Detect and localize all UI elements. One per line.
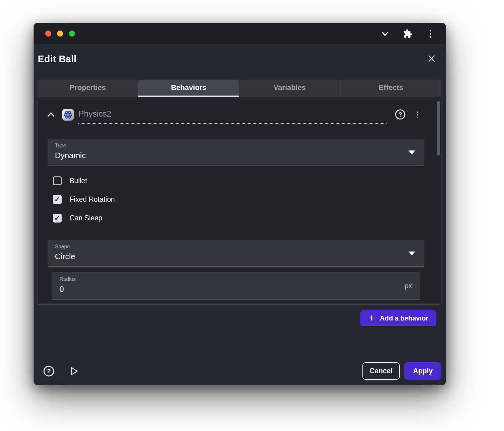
behavior-help-icon[interactable]: ?: [394, 109, 406, 121]
tab-variables[interactable]: Variables: [239, 80, 340, 97]
extensions-puzzle-icon[interactable]: [403, 29, 412, 38]
page-title: Edit Ball: [38, 53, 77, 66]
add-behavior-button[interactable]: + Add a behavior: [360, 310, 436, 326]
collapse-chevron-up-icon[interactable]: [47, 111, 55, 119]
type-value: Dynamic: [55, 151, 416, 160]
minimize-window-button[interactable]: [57, 31, 63, 37]
behaviors-list-panel: Physics2 ? ⋮ Type Dynamic ✓ Bullet ✓: [37, 100, 441, 305]
behavior-options-kebab-icon[interactable]: ⋮: [413, 110, 422, 120]
play-preview-icon[interactable]: [68, 366, 79, 377]
shape-label: Shape: [55, 244, 416, 250]
checkbox-box: ✓: [53, 195, 62, 204]
radius-label: Radius: [59, 276, 398, 282]
dialog-footer: ? Cancel Apply: [34, 362, 446, 385]
type-select[interactable]: Type Dynamic: [48, 139, 424, 165]
dropdown-caret-icon: [409, 150, 415, 154]
dialog-tabs: Properties Behaviors Variables Effects: [37, 80, 441, 97]
checkbox-box: ✓: [53, 214, 62, 223]
shape-value: Circle: [55, 252, 416, 261]
plus-icon: +: [368, 313, 374, 323]
close-window-button[interactable]: [45, 31, 51, 37]
edit-ball-dialog-window: ⋮ Edit Ball Properties Behaviors Variabl…: [34, 23, 446, 385]
tab-properties[interactable]: Properties: [37, 80, 138, 97]
radius-unit: px: [405, 282, 412, 290]
radius-field: Radius px: [52, 272, 420, 299]
behavior-header: Physics2 ? ⋮: [38, 100, 441, 124]
tab-behaviors[interactable]: Behaviors: [138, 80, 239, 97]
window-titlebar: ⋮: [34, 23, 446, 44]
checkbox-box: ✓: [53, 176, 62, 185]
type-label: Type: [55, 143, 416, 149]
close-dialog-icon[interactable]: [427, 53, 437, 65]
checkbox-can-sleep[interactable]: ✓ Can Sleep: [53, 211, 441, 225]
chevron-down-icon[interactable]: [380, 29, 390, 38]
svg-text:?: ?: [47, 368, 51, 375]
tab-effects[interactable]: Effects: [340, 80, 441, 97]
check-icon: ✓: [54, 215, 60, 222]
behavior-name-field[interactable]: Physics2: [78, 109, 387, 124]
check-icon: ✓: [54, 196, 60, 203]
browser-menu-kebab-icon[interactable]: ⋮: [426, 29, 435, 38]
shape-select[interactable]: Shape Circle: [48, 240, 424, 266]
svg-text:?: ?: [398, 111, 402, 118]
traffic-lights: [45, 31, 75, 37]
radius-input[interactable]: [59, 284, 398, 294]
zoom-window-button[interactable]: [69, 31, 75, 37]
cancel-button[interactable]: Cancel: [362, 362, 400, 380]
apply-button[interactable]: Apply: [404, 362, 441, 380]
behavior-name: Physics2: [78, 109, 111, 118]
help-icon[interactable]: ?: [43, 365, 55, 377]
vertical-scrollbar[interactable]: [437, 101, 440, 155]
physics-atom-icon: [62, 109, 74, 122]
checkbox-group: ✓ Bullet ✓ Fixed Rotation ✓ Can Sleep: [53, 174, 441, 225]
checkbox-bullet[interactable]: ✓ Bullet: [53, 174, 441, 187]
checkbox-fixed-rotation[interactable]: ✓ Fixed Rotation: [53, 193, 441, 206]
dropdown-caret-icon: [409, 252, 415, 255]
